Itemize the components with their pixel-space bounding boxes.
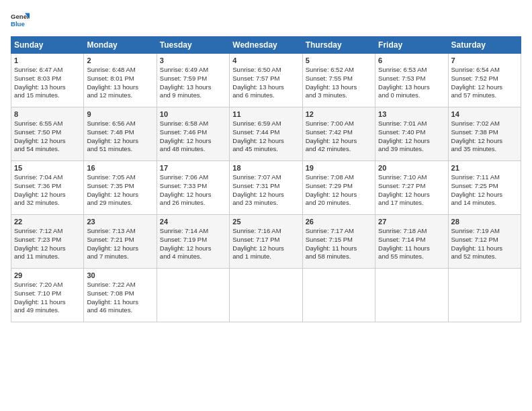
cell-content: Sunrise: 6:49 AMSunset: 7:59 PMDaylight:… bbox=[160, 66, 226, 100]
calendar-cell: 24Sunrise: 7:14 AMSunset: 7:19 PMDayligh… bbox=[157, 215, 229, 269]
calendar-cell: 28Sunrise: 7:19 AMSunset: 7:12 PMDayligh… bbox=[448, 215, 521, 269]
calendar-cell: 8Sunrise: 6:55 AMSunset: 7:50 PMDaylight… bbox=[11, 107, 84, 161]
cell-content: Sunrise: 6:53 AMSunset: 7:53 PMDaylight:… bbox=[378, 66, 445, 100]
calendar-week-row: 1Sunrise: 6:47 AMSunset: 8:03 PMDaylight… bbox=[11, 54, 521, 107]
cell-line: and 29 minutes. bbox=[87, 199, 153, 208]
calendar-week-row: 29Sunrise: 7:20 AMSunset: 7:10 PMDayligh… bbox=[11, 269, 521, 322]
cell-line: Sunset: 7:25 PM bbox=[451, 182, 518, 191]
cell-content: Sunrise: 7:12 AMSunset: 7:23 PMDaylight:… bbox=[14, 227, 81, 261]
cell-content: Sunrise: 6:56 AMSunset: 7:48 PMDaylight:… bbox=[87, 120, 153, 154]
cell-line: Sunrise: 6:48 AM bbox=[87, 66, 153, 75]
cell-line: Daylight: 13 hours bbox=[14, 83, 81, 92]
cell-content: Sunrise: 7:07 AMSunset: 7:31 PMDaylight:… bbox=[232, 173, 299, 208]
cell-content: Sunrise: 7:08 AMSunset: 7:29 PMDaylight:… bbox=[306, 173, 372, 208]
calendar-header-thursday: Thursday bbox=[302, 37, 375, 54]
day-number: 2 bbox=[87, 56, 153, 64]
day-number: 6 bbox=[378, 56, 445, 64]
day-number: 27 bbox=[378, 218, 445, 226]
cell-line: Sunset: 7:17 PM bbox=[232, 236, 299, 244]
cell-content: Sunrise: 7:04 AMSunset: 7:36 PMDaylight:… bbox=[14, 173, 81, 208]
cell-content: Sunrise: 7:14 AMSunset: 7:19 PMDaylight:… bbox=[160, 227, 226, 261]
day-number: 13 bbox=[378, 110, 445, 118]
cell-content: Sunrise: 7:01 AMSunset: 7:40 PMDaylight:… bbox=[378, 120, 445, 154]
cell-line: Sunset: 7:52 PM bbox=[451, 75, 518, 83]
cell-line: Sunrise: 7:18 AM bbox=[378, 227, 445, 236]
cell-content: Sunrise: 6:58 AMSunset: 7:46 PMDaylight:… bbox=[160, 120, 226, 154]
day-number: 26 bbox=[306, 218, 372, 226]
cell-line: and 55 minutes. bbox=[378, 253, 445, 261]
cell-line: and 6 minutes. bbox=[232, 91, 299, 100]
cell-line: Sunset: 7:53 PM bbox=[378, 75, 445, 83]
day-number: 11 bbox=[232, 110, 299, 118]
cell-line: Sunrise: 7:01 AM bbox=[378, 120, 445, 128]
cell-line: Daylight: 13 hours bbox=[160, 83, 226, 92]
calendar-cell: 10Sunrise: 6:58 AMSunset: 7:46 PMDayligh… bbox=[157, 107, 229, 161]
cell-line: Sunrise: 7:17 AM bbox=[306, 227, 372, 236]
cell-line: Sunrise: 7:12 AM bbox=[14, 227, 81, 236]
cell-line: Sunset: 7:46 PM bbox=[160, 128, 226, 137]
cell-line: Sunset: 7:12 PM bbox=[451, 236, 518, 244]
calendar-cell: 16Sunrise: 7:05 AMSunset: 7:35 PMDayligh… bbox=[84, 161, 157, 215]
calendar-header-wednesday: Wednesday bbox=[230, 37, 302, 54]
cell-line: Daylight: 12 hours bbox=[378, 137, 445, 146]
day-number: 12 bbox=[306, 110, 372, 118]
day-number: 30 bbox=[87, 271, 153, 279]
calendar-cell: 17Sunrise: 7:06 AMSunset: 7:33 PMDayligh… bbox=[157, 161, 229, 215]
day-number: 18 bbox=[232, 164, 299, 172]
cell-line: and 20 minutes. bbox=[306, 199, 372, 208]
cell-line: Sunrise: 6:47 AM bbox=[14, 66, 81, 75]
cell-line: Daylight: 12 hours bbox=[160, 244, 226, 253]
cell-line: Sunrise: 7:14 AM bbox=[160, 227, 226, 236]
calendar-week-row: 15Sunrise: 7:04 AMSunset: 7:36 PMDayligh… bbox=[11, 161, 521, 215]
calendar-header-saturday: Saturday bbox=[448, 37, 521, 54]
calendar-cell bbox=[230, 269, 302, 322]
calendar-cell: 27Sunrise: 7:18 AMSunset: 7:14 PMDayligh… bbox=[375, 215, 448, 269]
calendar-table: SundayMondayTuesdayWednesdayThursdayFrid… bbox=[11, 36, 521, 322]
calendar-cell: 9Sunrise: 6:56 AMSunset: 7:48 PMDaylight… bbox=[84, 107, 157, 161]
calendar-header-sunday: Sunday bbox=[11, 37, 84, 54]
cell-line: Sunset: 7:15 PM bbox=[306, 236, 372, 244]
cell-line: Daylight: 12 hours bbox=[87, 244, 153, 253]
cell-content: Sunrise: 7:22 AMSunset: 7:08 PMDaylight:… bbox=[87, 281, 153, 315]
calendar-body: 1Sunrise: 6:47 AMSunset: 8:03 PMDaylight… bbox=[11, 54, 521, 322]
cell-line: Sunset: 7:44 PM bbox=[232, 128, 299, 137]
cell-line: and 39 minutes. bbox=[378, 145, 445, 154]
calendar-cell: 15Sunrise: 7:04 AMSunset: 7:36 PMDayligh… bbox=[11, 161, 84, 215]
cell-line: Sunrise: 7:22 AM bbox=[87, 281, 153, 289]
calendar-cell bbox=[375, 269, 448, 322]
cell-line: Sunset: 7:33 PM bbox=[160, 182, 226, 191]
cell-line: and 26 minutes. bbox=[160, 199, 226, 208]
cell-content: Sunrise: 7:17 AMSunset: 7:15 PMDaylight:… bbox=[306, 227, 372, 261]
cell-content: Sunrise: 7:18 AMSunset: 7:14 PMDaylight:… bbox=[378, 227, 445, 261]
cell-line: Sunrise: 7:11 AM bbox=[451, 173, 518, 182]
cell-line: and 7 minutes. bbox=[87, 253, 153, 261]
cell-line: and 0 minutes. bbox=[378, 91, 445, 100]
cell-line: Sunset: 7:10 PM bbox=[14, 289, 81, 298]
cell-line: Daylight: 12 hours bbox=[451, 83, 518, 92]
cell-line: Sunrise: 7:07 AM bbox=[232, 173, 299, 182]
cell-content: Sunrise: 6:55 AMSunset: 7:50 PMDaylight:… bbox=[14, 120, 81, 154]
calendar-header-friday: Friday bbox=[375, 37, 448, 54]
cell-line: Daylight: 12 hours bbox=[14, 191, 81, 199]
calendar-cell bbox=[302, 269, 375, 322]
cell-line: Sunrise: 7:00 AM bbox=[306, 120, 372, 128]
day-number: 24 bbox=[160, 218, 226, 226]
cell-content: Sunrise: 7:00 AMSunset: 7:42 PMDaylight:… bbox=[306, 120, 372, 154]
cell-line: Daylight: 12 hours bbox=[14, 137, 81, 146]
cell-line: Sunset: 7:35 PM bbox=[87, 182, 153, 191]
cell-content: Sunrise: 6:59 AMSunset: 7:44 PMDaylight:… bbox=[232, 120, 299, 154]
day-number: 8 bbox=[14, 110, 81, 118]
calendar-week-row: 22Sunrise: 7:12 AMSunset: 7:23 PMDayligh… bbox=[11, 215, 521, 269]
cell-line: Daylight: 12 hours bbox=[232, 137, 299, 146]
cell-content: Sunrise: 7:13 AMSunset: 7:21 PMDaylight:… bbox=[87, 227, 153, 261]
cell-line: Daylight: 12 hours bbox=[160, 137, 226, 146]
cell-content: Sunrise: 6:52 AMSunset: 7:55 PMDaylight:… bbox=[306, 66, 372, 100]
cell-line: and 42 minutes. bbox=[306, 145, 372, 154]
cell-line: Sunrise: 6:49 AM bbox=[160, 66, 226, 75]
calendar-cell: 11Sunrise: 6:59 AMSunset: 7:44 PMDayligh… bbox=[230, 107, 302, 161]
day-number: 9 bbox=[87, 110, 153, 118]
day-number: 28 bbox=[451, 218, 518, 226]
cell-line: Daylight: 11 hours bbox=[451, 244, 518, 253]
day-number: 3 bbox=[160, 56, 226, 64]
cell-content: Sunrise: 7:11 AMSunset: 7:25 PMDaylight:… bbox=[451, 173, 518, 208]
